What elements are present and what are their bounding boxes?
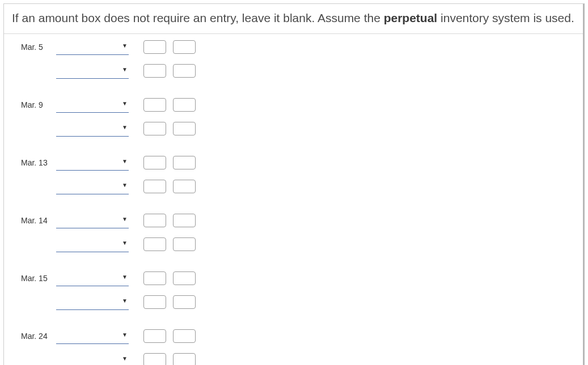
entry-group: Mar. 5▼▼ <box>21 37 575 80</box>
credit-input[interactable] <box>173 40 196 54</box>
journal-entries: Mar. 5▼▼Mar. 9▼▼Mar. 13▼▼Mar. 14▼▼Mar. 1… <box>4 34 583 365</box>
chevron-down-icon: ▼ <box>122 182 128 188</box>
entry-row: Mar. 5▼ <box>21 37 575 57</box>
chevron-down-icon: ▼ <box>122 158 128 164</box>
instructions-bold: perpetual <box>384 11 438 24</box>
chevron-down-icon: ▼ <box>122 298 128 304</box>
entry-row: Mar. 13▼ <box>21 153 575 172</box>
date-label: Mar. 5 <box>21 43 56 52</box>
chevron-down-icon: ▼ <box>122 355 128 362</box>
entry-row: ▼ <box>21 292 575 312</box>
chevron-down-icon: ▼ <box>122 66 128 73</box>
chevron-down-icon: ▼ <box>122 332 128 338</box>
entry-row: ▼ <box>21 350 575 365</box>
account-dropdown[interactable]: ▼ <box>56 39 129 55</box>
entry-group: Mar. 14▼▼ <box>21 211 575 254</box>
credit-input[interactable] <box>173 64 196 78</box>
date-label: Mar. 15 <box>21 274 56 283</box>
account-dropdown[interactable]: ▼ <box>56 97 129 113</box>
chevron-down-icon: ▼ <box>122 216 128 222</box>
entry-group: Mar. 24▼▼▼ <box>21 326 575 365</box>
debit-input[interactable] <box>143 98 166 112</box>
chevron-down-icon: ▼ <box>122 124 128 130</box>
account-dropdown[interactable]: ▼ <box>56 155 129 171</box>
debit-input[interactable] <box>143 295 166 309</box>
entry-row: ▼ <box>21 61 575 80</box>
chevron-down-icon: ▼ <box>122 100 128 107</box>
date-label: Mar. 9 <box>21 100 56 109</box>
account-dropdown[interactable]: ▼ <box>56 294 129 310</box>
debit-input[interactable] <box>143 237 166 251</box>
account-dropdown[interactable]: ▼ <box>56 328 129 344</box>
debit-input[interactable] <box>143 156 166 169</box>
credit-input[interactable] <box>173 156 196 169</box>
account-dropdown[interactable]: ▼ <box>56 121 129 137</box>
credit-input[interactable] <box>173 271 196 285</box>
credit-input[interactable] <box>173 237 196 251</box>
account-dropdown[interactable]: ▼ <box>56 179 129 194</box>
entry-row: Mar. 15▼ <box>21 269 575 288</box>
entry-group: Mar. 9▼▼ <box>21 95 575 138</box>
account-dropdown[interactable]: ▼ <box>56 63 129 79</box>
entry-row: Mar. 14▼ <box>21 211 575 230</box>
instructions-before: If an amount box does not require an ent… <box>12 11 384 24</box>
account-dropdown[interactable]: ▼ <box>56 352 129 365</box>
debit-input[interactable] <box>143 214 166 227</box>
credit-input[interactable] <box>173 98 196 112</box>
credit-input[interactable] <box>173 329 196 343</box>
date-label: Mar. 24 <box>21 332 56 341</box>
entry-row: ▼ <box>21 235 575 254</box>
account-dropdown[interactable]: ▼ <box>56 270 129 286</box>
chevron-down-icon: ▼ <box>122 274 128 280</box>
entry-group: Mar. 15▼▼ <box>21 269 575 312</box>
credit-input[interactable] <box>173 295 196 309</box>
entry-row: ▼ <box>21 119 575 138</box>
chevron-down-icon: ▼ <box>122 43 128 49</box>
worksheet-frame: If an amount box does not require an ent… <box>3 3 585 365</box>
entry-group: Mar. 13▼▼ <box>21 153 575 196</box>
entry-row: Mar. 9▼ <box>21 95 575 114</box>
instructions-text: If an amount box does not require an ent… <box>4 4 583 34</box>
date-label: Mar. 13 <box>21 158 56 167</box>
debit-input[interactable] <box>143 329 166 343</box>
debit-input[interactable] <box>143 40 166 54</box>
credit-input[interactable] <box>173 214 196 227</box>
credit-input[interactable] <box>173 122 196 135</box>
debit-input[interactable] <box>143 122 166 135</box>
credit-input[interactable] <box>173 180 196 193</box>
credit-input[interactable] <box>173 353 196 365</box>
date-label: Mar. 14 <box>21 216 56 225</box>
entry-row: Mar. 24▼ <box>21 326 575 346</box>
debit-input[interactable] <box>143 180 166 193</box>
debit-input[interactable] <box>143 353 166 365</box>
account-dropdown[interactable]: ▼ <box>56 236 129 252</box>
entry-row: ▼ <box>21 177 575 196</box>
chevron-down-icon: ▼ <box>122 240 128 246</box>
debit-input[interactable] <box>143 64 166 78</box>
debit-input[interactable] <box>143 271 166 285</box>
account-dropdown[interactable]: ▼ <box>56 213 129 228</box>
instructions-after: inventory system is used. <box>437 11 574 24</box>
